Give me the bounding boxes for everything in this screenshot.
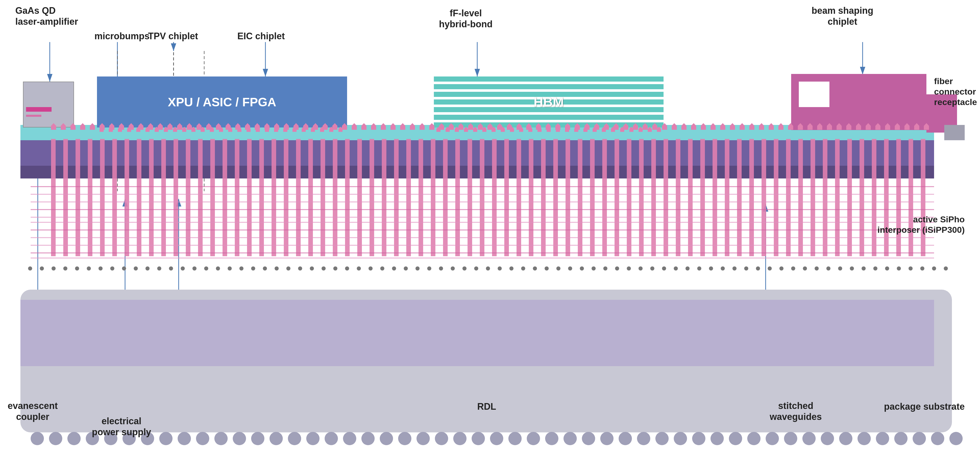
substrate-dot xyxy=(134,266,138,271)
microbump xyxy=(759,123,764,130)
solder-ball xyxy=(950,432,963,445)
waveguide-line xyxy=(30,222,934,223)
tpv-via xyxy=(76,139,80,256)
substrate-dot xyxy=(674,266,678,271)
solder-ball xyxy=(619,432,632,445)
waveguide-line xyxy=(30,252,934,254)
microbump xyxy=(429,123,434,130)
substrate-dot xyxy=(404,266,408,271)
tpv-via xyxy=(749,139,754,256)
substrate-dot xyxy=(275,266,279,271)
tpv-via xyxy=(798,139,803,256)
substrate-dot xyxy=(803,266,807,271)
label-gaas: GaAs QD laser-amplifier xyxy=(15,5,78,27)
solder-ball xyxy=(269,432,283,445)
tpv-via xyxy=(284,139,288,256)
tpv-via xyxy=(406,139,411,256)
tpv-via xyxy=(382,139,387,256)
substrate-dot xyxy=(28,266,32,271)
tpv-via xyxy=(296,139,301,256)
substrate-dot xyxy=(451,266,455,271)
solder-ball xyxy=(490,432,503,445)
substrate-dot xyxy=(850,266,854,271)
tpv-via xyxy=(418,139,423,256)
tpv-via xyxy=(455,139,460,256)
substrate-dot xyxy=(286,266,290,271)
solder-ball xyxy=(582,432,595,445)
waveguide-line xyxy=(30,201,934,203)
solder-ball xyxy=(729,432,742,445)
substrate-dot xyxy=(474,266,478,271)
tpv-via xyxy=(896,139,901,256)
microbump xyxy=(420,123,425,130)
solder-ball xyxy=(398,432,411,445)
substrate-dot xyxy=(944,266,948,271)
substrate-dot xyxy=(744,266,748,271)
tpv-via xyxy=(774,139,778,256)
substrate-dot xyxy=(63,266,67,271)
solder-ball xyxy=(821,432,834,445)
microbump xyxy=(749,123,754,130)
tpv-via xyxy=(872,139,877,256)
substrate-dot xyxy=(251,266,255,271)
microbump xyxy=(691,123,696,130)
substrate-dot xyxy=(204,266,208,271)
substrate-dot xyxy=(392,266,396,271)
tpv-via xyxy=(321,139,325,256)
substrate-dot xyxy=(838,266,842,271)
label-microbumps: microbumps xyxy=(94,30,150,41)
substrate-dot xyxy=(556,266,560,271)
substrate-dot xyxy=(521,266,525,271)
beam-chip-inner xyxy=(799,82,829,107)
microbump xyxy=(361,123,366,130)
substrate-dot xyxy=(486,266,490,271)
microbump xyxy=(381,123,386,130)
waveguide-line xyxy=(30,209,934,210)
xpu-label: XPU / ASIC / FPGA xyxy=(168,95,277,109)
substrate-dot xyxy=(920,266,924,271)
tpv-via xyxy=(811,139,815,256)
solder-ball xyxy=(563,432,577,445)
substrate-dot xyxy=(99,266,103,271)
tpv-via xyxy=(614,139,619,256)
waveguide-line xyxy=(30,186,934,187)
solder-ball xyxy=(178,432,191,445)
microbump xyxy=(80,123,85,130)
solder-ball xyxy=(67,432,81,445)
tpv-via xyxy=(223,139,227,256)
tpv-via xyxy=(124,139,129,256)
label-rdl: RDL xyxy=(477,401,496,412)
solder-ball xyxy=(711,432,724,445)
tpv-via xyxy=(578,139,582,256)
tpv-via xyxy=(639,139,644,256)
substrate-dot xyxy=(192,266,197,271)
substrate-dot xyxy=(239,266,243,271)
substrate-dot xyxy=(568,266,572,271)
tpv-via xyxy=(541,139,546,256)
tpv-via xyxy=(590,139,595,256)
tpv-via xyxy=(676,139,680,256)
solder-ball xyxy=(417,432,430,445)
substrate-dot xyxy=(145,266,150,271)
waveguide-line xyxy=(30,257,934,258)
substrate-dot xyxy=(75,266,79,271)
solder-ball xyxy=(931,432,944,445)
solder-ball xyxy=(453,432,466,445)
hbm-chip: HBM xyxy=(434,76,663,127)
tpv-via xyxy=(859,139,864,256)
tpv-via xyxy=(357,139,362,256)
solder-ball xyxy=(233,432,246,445)
substrate-dot xyxy=(533,266,537,271)
tpv-via xyxy=(713,139,717,256)
solder-ball xyxy=(435,432,448,445)
substrate-dot xyxy=(545,266,549,271)
tpv-via xyxy=(480,139,484,256)
substrate-dot xyxy=(498,266,502,271)
substrate-dot xyxy=(686,266,690,271)
label-eic: EIC chiplet xyxy=(237,30,285,41)
substrate-dot xyxy=(463,266,466,271)
microbump xyxy=(390,123,396,130)
solder-ball xyxy=(545,432,558,445)
substrate-dot xyxy=(415,266,420,271)
tpv-via xyxy=(908,139,913,256)
